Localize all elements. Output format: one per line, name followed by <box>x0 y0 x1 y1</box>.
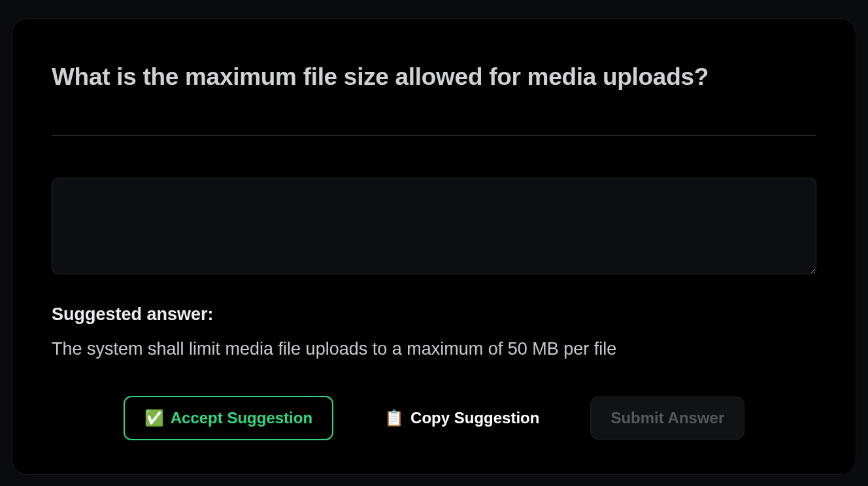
copy-suggestion-label: Copy Suggestion <box>410 409 539 427</box>
button-row: ✅ Accept Suggestion 📋 Copy Suggestion Su… <box>52 396 816 440</box>
submit-answer-button[interactable]: Submit Answer <box>590 397 744 440</box>
divider <box>52 135 816 136</box>
suggested-answer-text: The system shall limit media file upload… <box>52 339 816 359</box>
submit-answer-label: Submit Answer <box>610 409 724 427</box>
copy-suggestion-button[interactable]: 📋 Copy Suggestion <box>365 397 559 439</box>
answer-input[interactable] <box>52 178 816 274</box>
suggested-answer-label: Suggested answer: <box>52 304 816 325</box>
accept-suggestion-label: Accept Suggestion <box>171 409 312 427</box>
question-card: What is the maximum file size allowed fo… <box>12 18 856 475</box>
question-title: What is the maximum file size allowed fo… <box>52 63 816 91</box>
accept-suggestion-button[interactable]: ✅ Accept Suggestion <box>124 396 333 440</box>
clipboard-icon: 📋 <box>384 409 404 427</box>
check-icon: ✅ <box>144 409 164 427</box>
